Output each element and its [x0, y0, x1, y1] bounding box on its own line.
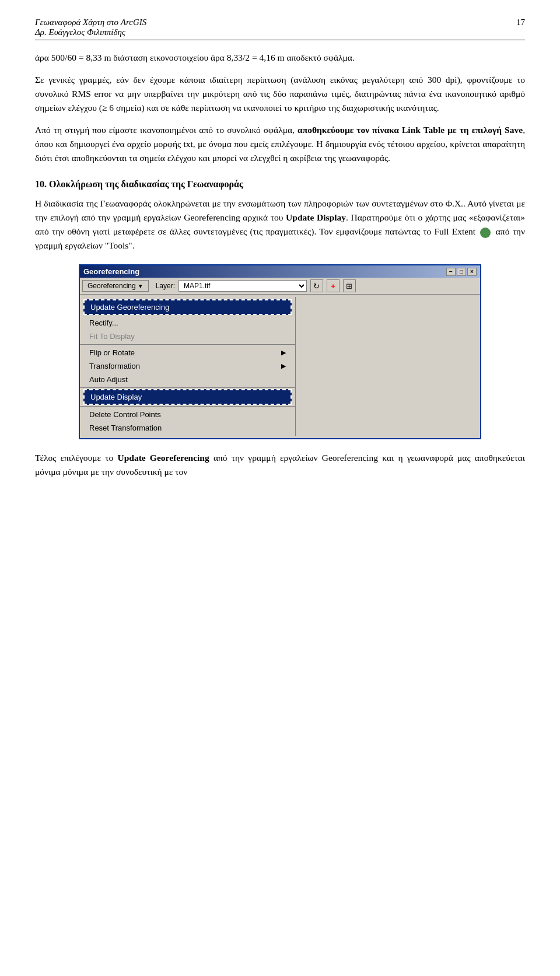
menu-separator-2 — [80, 387, 295, 388]
page-container: Γεωαναφορά Χάρτη στο ArcGIS Δρ. Ευάγγελο… — [0, 0, 560, 510]
menu-item-reset-transformation[interactable]: Reset Transformation — [80, 421, 295, 435]
header-subtitle: Δρ. Ευάγγελος Φιλιππίδης — [35, 27, 146, 37]
menu-item-label-rectify: Rectify... — [89, 319, 118, 327]
georeferencing-dialog[interactable]: Georeferencing − □ × Georeferencing ▼ La… — [79, 264, 481, 439]
georef-dropdown-arrow: ▼ — [138, 283, 144, 289]
menu-item-transformation[interactable]: Transformation ▶ — [80, 359, 295, 373]
menu-item-label-delete: Delete Control Points — [89, 410, 161, 419]
para3-part1: Από τη στιγμή που είμαστε ικανοποιημένοι… — [35, 125, 525, 163]
paragraph-1: άρα 500/60 = 8,33 m διάσταση εικονοστοιχ… — [35, 51, 525, 65]
para2-text: Σε γενικές γραμμές, εάν δεν έχουμε κάποι… — [35, 75, 525, 113]
add-point-btn[interactable]: + — [327, 279, 340, 292]
header-title: Γεωαναφορά Χάρτη στο ArcGIS Δρ. Ευάγγελο… — [35, 18, 146, 37]
page-header: Γεωαναφορά Χάρτη στο ArcGIS Δρ. Ευάγγελο… — [35, 18, 525, 40]
header-page-number: 17 — [516, 18, 525, 27]
para4-bold: Update Display — [286, 212, 346, 222]
menu-left: Update Georeferencing Rectify... Fit To … — [80, 297, 296, 436]
paragraph-5: Τέλος επιλέγουμε το Update Georeferencin… — [35, 451, 525, 479]
flip-submenu-arrow: ▶ — [281, 349, 286, 356]
header-title-line1: Γεωαναφορά Χάρτη στο ArcGIS — [35, 18, 146, 27]
transformation-submenu-arrow: ▶ — [281, 362, 286, 370]
dialog-titlebar: Georeferencing − □ × — [80, 265, 480, 278]
menu-right — [296, 297, 480, 436]
paragraph-3: Από τη στιγμή που είμαστε ικανοποιημένοι… — [35, 123, 525, 165]
menu-item-label-reset: Reset Transformation — [89, 424, 162, 432]
layer-select[interactable]: MAP1.tif — [178, 280, 307, 292]
para3-bold1: αποθηκεύουμε τον πίνακα Link Table με τη… — [298, 125, 523, 135]
menu-item-update-display[interactable]: Update Display — [83, 389, 292, 405]
para5-start: Τέλος επιλέγουμε το — [35, 453, 117, 463]
para5-bold: Update Georeferencing — [117, 453, 209, 463]
menu-separator-1 — [80, 344, 295, 345]
menu-item-label-update-display: Update Display — [90, 393, 142, 401]
dialog-close-btn[interactable]: × — [467, 268, 477, 276]
screenshot-wrapper: Georeferencing − □ × Georeferencing ▼ La… — [35, 264, 525, 439]
georef-btn-label: Georeferencing — [88, 282, 136, 290]
refresh-btn[interactable]: ↻ — [310, 279, 323, 292]
georeferencing-dropdown-btn[interactable]: Georeferencing ▼ — [82, 280, 149, 292]
layer-label: Layer: — [156, 282, 175, 290]
menu-item-label-fit: Fit To Display — [89, 332, 135, 341]
grid-btn[interactable]: ⊞ — [343, 279, 356, 292]
menu-item-flip-rotate[interactable]: Flip or Rotate ▶ — [80, 346, 295, 359]
menu-separator-3 — [80, 406, 295, 407]
menu-item-label-update-georef: Update Georeferencing — [90, 303, 169, 312]
dialog-title: Georeferencing — [83, 267, 139, 276]
full-extent-icon — [480, 228, 491, 238]
menu-area: Update Georeferencing Rectify... Fit To … — [80, 295, 480, 438]
section-heading: 10. Ολοκλήρωση της διαδικασίας της Γεωαν… — [35, 179, 525, 190]
menu-item-label-transformation: Transformation — [89, 362, 140, 370]
dialog-minimize-btn[interactable]: − — [446, 268, 456, 276]
paragraph-4: Η διαδικασία της Γεωαναφοράς ολοκληρώνετ… — [35, 197, 525, 253]
menu-item-update-georeferencing[interactable]: Update Georeferencing — [83, 299, 292, 315]
paragraph-2: Σε γενικές γραμμές, εάν δεν έχουμε κάποι… — [35, 73, 525, 115]
menu-item-auto-adjust[interactable]: Auto Adjust — [80, 373, 295, 386]
dialog-maximize-btn[interactable]: □ — [457, 268, 466, 276]
menu-item-rectify[interactable]: Rectify... — [80, 316, 295, 330]
menu-item-delete-control-points[interactable]: Delete Control Points — [80, 408, 295, 421]
dialog-titlebar-controls: − □ × — [446, 268, 477, 276]
para1-text: άρα 500/60 = 8,33 m διάσταση εικονοστοιχ… — [35, 53, 355, 62]
menu-item-label-auto-adjust: Auto Adjust — [89, 375, 128, 384]
menu-item-fit-to-display: Fit To Display — [80, 330, 295, 343]
menu-item-label-flip: Flip or Rotate — [89, 348, 135, 357]
dialog-toolbar: Georeferencing ▼ Layer: MAP1.tif ↻ + ⊞ — [80, 278, 480, 295]
